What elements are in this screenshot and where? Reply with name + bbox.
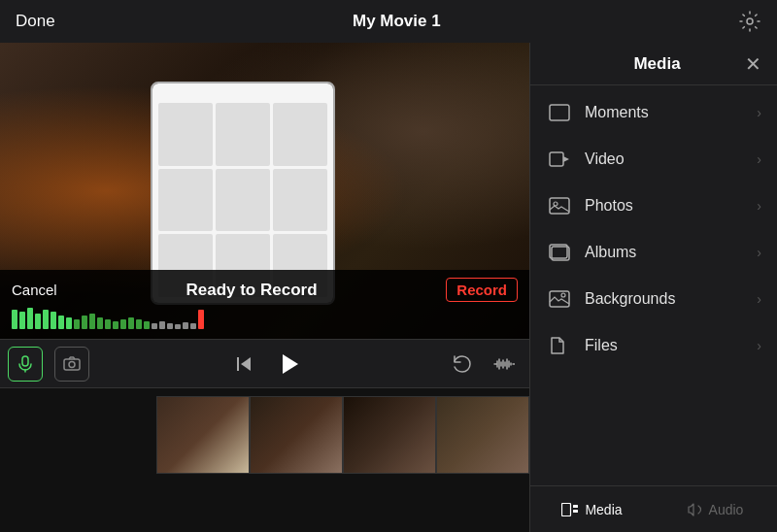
files-icon [546, 335, 573, 356]
svg-rect-1 [22, 356, 28, 366]
svg-rect-18 [573, 505, 578, 508]
media-item-video[interactable]: Video › [530, 136, 777, 183]
panel-header: Media ✕ [530, 43, 777, 85]
filmstrip-frame [343, 396, 436, 474]
main-content: Cancel Ready to Record Record [0, 43, 777, 532]
svg-rect-19 [573, 510, 578, 513]
panel-tabs: Media Audio [530, 485, 777, 532]
media-item-files[interactable]: Files › [530, 322, 777, 369]
svg-point-16 [561, 293, 565, 297]
meter-bar [19, 312, 25, 329]
cancel-button[interactable]: Cancel [12, 282, 57, 298]
svg-rect-11 [550, 198, 569, 214]
settings-icon[interactable] [738, 10, 761, 33]
meter-bar [74, 319, 80, 329]
svg-point-0 [747, 18, 753, 24]
undo-button[interactable] [444, 347, 479, 382]
moments-label: Moments [585, 104, 757, 121]
filmstrip-frame [156, 396, 250, 474]
svg-point-4 [69, 361, 75, 367]
meter-bar [113, 321, 118, 329]
timeline-track [0, 388, 529, 532]
moments-chevron: › [757, 105, 761, 120]
microphone-button[interactable] [8, 347, 43, 382]
svg-marker-7 [283, 354, 298, 374]
media-item-photos[interactable]: Photos › [530, 183, 777, 229]
meter-bar [27, 308, 33, 329]
svg-rect-9 [550, 152, 563, 166]
meter-bar [128, 317, 134, 329]
media-tab-label: Media [585, 502, 622, 517]
video-chevron: › [757, 151, 761, 167]
meter-bar [82, 316, 87, 329]
timeline-toolbar [0, 340, 529, 388]
svg-rect-6 [237, 357, 239, 371]
photos-label: Photos [585, 197, 757, 215]
svg-point-12 [554, 202, 557, 206]
record-overlay: Cancel Ready to Record Record [0, 270, 529, 339]
media-tab-icon [561, 503, 579, 516]
skip-start-button[interactable] [226, 347, 261, 382]
close-button[interactable]: ✕ [745, 54, 761, 74]
video-area: Cancel Ready to Record Record [0, 43, 529, 532]
meter-bar [105, 319, 111, 329]
tab-media[interactable]: Media [530, 486, 654, 532]
camera-button[interactable] [54, 347, 89, 382]
meter-bar [12, 310, 17, 329]
meter-bar [120, 319, 126, 329]
audio-meter [12, 308, 518, 331]
audio-tab-icon [688, 502, 703, 517]
albums-icon [546, 242, 573, 263]
meter-bar [66, 317, 72, 329]
media-item-albums[interactable]: Albums › [530, 229, 777, 276]
meter-bar [175, 324, 181, 329]
play-button[interactable] [269, 345, 308, 383]
media-item-moments[interactable]: Moments › [530, 89, 777, 136]
record-controls: Cancel Ready to Record Record [12, 278, 518, 302]
meter-bar [136, 319, 142, 329]
media-item-backgrounds[interactable]: Backgrounds › [530, 276, 777, 322]
files-chevron: › [757, 338, 761, 353]
meter-bar [152, 323, 157, 329]
photos-chevron: › [757, 198, 761, 214]
filmstrip-frame [250, 396, 343, 474]
right-panel: Media ✕ Moments › Video › Photos › Album… [529, 43, 777, 532]
meter-bar [190, 323, 196, 329]
moments-icon [546, 102, 573, 123]
meter-bar [51, 312, 56, 329]
panel-title: Media [569, 54, 745, 74]
video-preview: Cancel Ready to Record Record [0, 43, 529, 339]
meter-bar [43, 310, 49, 329]
backgrounds-label: Backgrounds [585, 290, 757, 308]
filmstrip [156, 396, 529, 474]
svg-marker-10 [563, 156, 569, 162]
photos-icon [546, 195, 573, 216]
video-label: Video [585, 150, 757, 168]
movie-title: My Movie 1 [353, 12, 441, 31]
meter-bar [167, 323, 173, 329]
top-bar: Done My Movie 1 [0, 0, 777, 43]
waveform-button[interactable] [487, 347, 522, 382]
svg-rect-8 [550, 105, 569, 120]
done-button[interactable]: Done [16, 12, 55, 31]
svg-rect-3 [64, 359, 80, 370]
meter-bar [183, 322, 188, 329]
meter-bar [58, 316, 64, 329]
backgrounds-icon [546, 288, 573, 310]
tab-audio[interactable]: Audio [654, 486, 777, 532]
meter-bar [97, 317, 103, 329]
backgrounds-chevron: › [757, 291, 761, 307]
meter-bar [144, 321, 150, 329]
albums-chevron: › [757, 245, 761, 260]
files-label: Files [585, 337, 757, 354]
meter-bar [159, 321, 165, 329]
meter-bar [89, 314, 95, 329]
record-status-text: Ready to Record [73, 281, 431, 300]
meter-bar [35, 314, 41, 329]
svg-marker-5 [241, 357, 251, 371]
filmstrip-frame [436, 396, 529, 474]
record-button[interactable]: Record [446, 278, 518, 302]
media-list: Moments › Video › Photos › Albums › Back… [530, 85, 777, 485]
video-icon [546, 149, 573, 170]
audio-tab-label: Audio [709, 502, 744, 517]
